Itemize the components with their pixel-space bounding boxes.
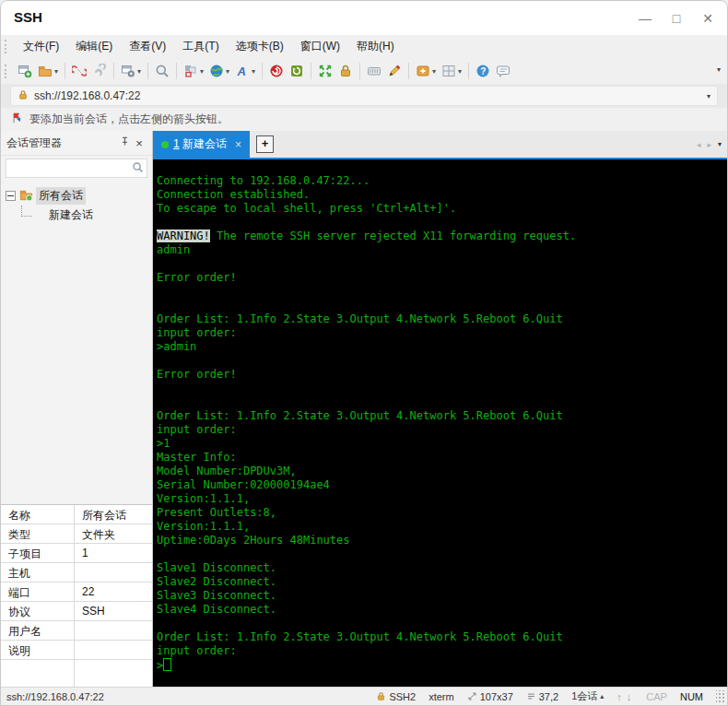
terminal-line: Connecting to 192.168.0.47:22... bbox=[157, 174, 727, 188]
menu-item[interactable]: 查看(V) bbox=[121, 36, 174, 57]
property-row[interactable]: 名称所有会话 bbox=[1, 505, 152, 524]
property-label bbox=[1, 660, 75, 687]
layout-icon bbox=[441, 64, 456, 78]
terminal-cursor bbox=[163, 658, 171, 671]
help-button[interactable]: ? bbox=[473, 61, 493, 81]
session-list-dropdown-icon[interactable]: ▴ bbox=[600, 692, 604, 700]
tree-collapse-icon[interactable] bbox=[6, 191, 16, 201]
address-input[interactable]: ssh://192.168.0.47:22 ▾ bbox=[10, 86, 718, 106]
status-bar: ssh://192.168.0.47:22 SSH2 xterm 107x37 … bbox=[1, 687, 727, 705]
dropdown-arrow-icon[interactable]: ▾ bbox=[137, 67, 141, 76]
update-button[interactable] bbox=[287, 61, 307, 81]
dropdown-arrow-icon[interactable]: ▾ bbox=[200, 67, 204, 76]
session-properties-button[interactable]: ▾ bbox=[118, 61, 144, 81]
maximize-button[interactable]: □ bbox=[661, 11, 692, 26]
status-terminal-size: 107x37 bbox=[467, 691, 513, 702]
resize-grip[interactable] bbox=[716, 690, 725, 703]
menu-item[interactable]: 帮助(H) bbox=[348, 36, 403, 57]
web-button[interactable]: ▾ bbox=[206, 61, 232, 81]
tab-close-icon[interactable]: × bbox=[235, 138, 241, 151]
terminal-line: Slave3 Disconnect. bbox=[157, 589, 727, 603]
menubar: 文件(F)编辑(E)查看(V)工具(T)选项卡(B)窗口(W)帮助(H) bbox=[1, 35, 727, 58]
terminal-line: Present Outlets:8, bbox=[157, 506, 727, 520]
menu-item[interactable]: 选项卡(B) bbox=[228, 36, 292, 57]
menubar-grip-icon[interactable] bbox=[5, 40, 8, 53]
menu-item[interactable]: 工具(T) bbox=[174, 36, 227, 57]
virtual-keyboard-button[interactable] bbox=[364, 61, 384, 81]
property-label: 端口 bbox=[1, 582, 75, 601]
message-button[interactable] bbox=[493, 61, 513, 81]
arrow-up-icon: ↑ bbox=[616, 691, 624, 702]
property-row[interactable]: 主机 bbox=[1, 563, 152, 582]
address-dropdown-icon[interactable]: ▾ bbox=[707, 92, 710, 100]
virtual-keyboard-icon bbox=[367, 64, 382, 78]
terminal-screen[interactable]: Connecting to 192.168.0.47:22...Connecti… bbox=[153, 159, 727, 687]
compose-button[interactable]: ▾ bbox=[181, 61, 206, 81]
property-row[interactable]: 说明 bbox=[1, 641, 152, 660]
property-label: 名称 bbox=[1, 505, 75, 524]
dropdown-arrow-icon[interactable]: ▾ bbox=[458, 67, 462, 76]
terminal-line bbox=[157, 299, 727, 312]
toolbar-grip-icon[interactable] bbox=[5, 65, 8, 78]
tab-next-icon[interactable]: ▸ bbox=[707, 140, 711, 149]
open-folder-button[interactable]: ▾ bbox=[35, 61, 61, 81]
dropdown-arrow-icon[interactable]: ▾ bbox=[252, 67, 255, 76]
terminal-line: Order List: 1.Info 2.State 3.Output 4.Ne… bbox=[157, 312, 727, 326]
toolbar-separator bbox=[147, 63, 148, 79]
terminal-line: Connection established. bbox=[157, 188, 727, 202]
reconnect-icon bbox=[92, 64, 107, 78]
property-value: 1 bbox=[75, 544, 152, 562]
tab-list-dropdown-icon[interactable]: ▾ bbox=[718, 140, 722, 148]
reconnect-button[interactable] bbox=[89, 61, 110, 81]
property-row[interactable]: 端口22 bbox=[1, 582, 152, 602]
menu-item[interactable]: 文件(F) bbox=[15, 36, 67, 57]
lock-screen-icon bbox=[338, 64, 353, 78]
tree-item-label: 新建会话 bbox=[49, 207, 93, 223]
titlebar[interactable]: SSH — □ ✕ bbox=[1, 1, 727, 35]
property-row[interactable]: 用户名 bbox=[1, 621, 152, 641]
disconnect-icon bbox=[72, 64, 87, 78]
terminal-line: >1 bbox=[157, 437, 727, 451]
property-value bbox=[75, 641, 152, 659]
toolbar-overflow-icon[interactable]: ▾ bbox=[717, 65, 721, 74]
find-icon bbox=[155, 64, 170, 78]
pin-icon[interactable] bbox=[117, 135, 132, 150]
dropdown-arrow-icon[interactable]: ▾ bbox=[54, 67, 58, 76]
terminal-line bbox=[157, 285, 727, 299]
tab-new-session[interactable]: 1 新建会话 × bbox=[153, 131, 250, 158]
new-session-button[interactable] bbox=[15, 61, 35, 81]
font-button[interactable]: A▾ bbox=[232, 61, 258, 81]
layout-button[interactable]: ▾ bbox=[439, 61, 464, 81]
fullscreen-button[interactable] bbox=[315, 61, 335, 81]
session-search-input[interactable] bbox=[6, 159, 147, 178]
new-tab-button[interactable]: + bbox=[256, 135, 274, 153]
terminal-line: Order List: 1.Info 2.State 3.Output 4.Ne… bbox=[157, 409, 727, 423]
menu-item[interactable]: 窗口(W) bbox=[292, 36, 348, 57]
status-session-count[interactable]: 1会话 ▴ bbox=[571, 689, 604, 703]
menu-item[interactable]: 编辑(E) bbox=[67, 36, 121, 57]
property-row[interactable]: 子项目1 bbox=[1, 544, 152, 563]
disconnect-button[interactable] bbox=[69, 61, 89, 81]
dropdown-arrow-icon[interactable]: ▾ bbox=[432, 67, 436, 76]
highlighter-button[interactable] bbox=[384, 61, 405, 81]
dropdown-arrow-icon[interactable]: ▾ bbox=[226, 67, 229, 76]
close-button[interactable]: ✕ bbox=[692, 11, 723, 26]
panel-close-icon[interactable]: × bbox=[132, 136, 147, 150]
tree-item-all-sessions[interactable]: 所有会话 bbox=[1, 186, 152, 206]
property-row[interactable]: 类型文件夹 bbox=[1, 524, 152, 544]
status-encryption: SSH2 bbox=[376, 691, 416, 702]
flag-icon[interactable] bbox=[11, 112, 24, 127]
lock-screen-button[interactable] bbox=[335, 61, 356, 81]
terminal-line bbox=[157, 216, 727, 229]
scroll-arrows[interactable]: ↑↓ bbox=[616, 691, 633, 702]
notice-text: 要添加当前会话，点击左侧的箭头按钮。 bbox=[29, 112, 229, 127]
tab-strip: 1 新建会话 × + ◂ ▸ ▾ bbox=[153, 131, 727, 159]
minimize-button[interactable]: — bbox=[629, 11, 661, 26]
tab-prev-icon[interactable]: ◂ bbox=[697, 140, 701, 149]
xagent-button[interactable] bbox=[266, 61, 287, 81]
terminal-pane: 1 新建会话 × + ◂ ▸ ▾ Connecting to 192.168.0… bbox=[153, 131, 727, 687]
tree-item-new-session[interactable]: 新建会话 bbox=[1, 206, 152, 225]
find-button[interactable] bbox=[152, 61, 172, 81]
new-file-button[interactable]: ▾ bbox=[413, 61, 439, 81]
property-row[interactable]: 协议SSH bbox=[1, 602, 152, 621]
